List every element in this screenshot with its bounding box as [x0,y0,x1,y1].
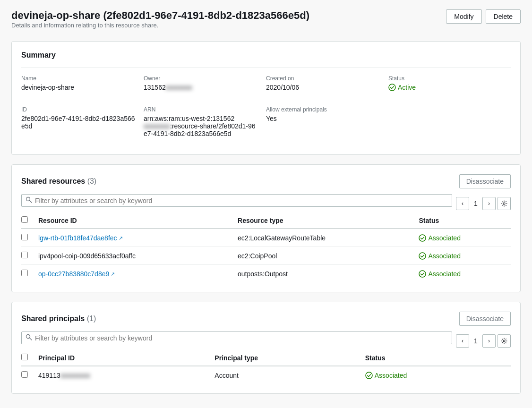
shared-principals-search-input[interactable] [35,334,448,342]
resource-status-cell: Associated [419,247,511,265]
shared-principals-card: Shared principals (1) Disassociate ‹ 1 › [11,302,521,394]
select-all-principals-col [21,350,38,366]
gear-icon [501,200,507,207]
page-title: devineja-op-share (2fe802d1-96e7-4191-8d… [11,9,309,22]
resource-id-link[interactable]: op-0cc27b83880c7d8e9↗ [38,270,115,278]
status-text: Associated [428,270,460,278]
row-checkbox[interactable] [21,234,28,240]
shared-resources-title: Shared resources (3) [21,177,96,186]
select-all-principals-checkbox[interactable] [21,354,28,360]
svg-point-10 [366,372,372,379]
principal-id-col: Principal ID [38,350,215,366]
table-row: op-0cc27b83880c7d8e9↗outposts:Outpost As… [21,265,511,283]
select-all-checkbox[interactable] [21,216,28,223]
row-checkbox-cell [21,247,38,265]
chevron-left-icon: ‹ [462,200,463,207]
summary-arn-value: arn:aws:ram:us-west-2:131562xxxxxxxx:res… [144,115,258,137]
shared-resources-disassociate-button[interactable]: Disassociate [459,174,511,188]
svg-line-2 [30,201,32,203]
shared-principals-table: Principal ID Principal type Status 41911… [21,350,511,384]
status-text: Associated [428,252,460,260]
svg-line-8 [30,338,32,340]
table-row: ipv4pool-coip-009d65633acf0affcec2:CoipP… [21,247,511,265]
check-circle-icon [365,372,373,379]
summary-created-value: 2020/10/06 [266,84,381,91]
status-associated: Associated [419,270,505,278]
check-circle-icon [419,234,426,242]
summary-title: Summary [21,51,511,60]
svg-point-9 [503,340,505,342]
resource-id-cell: ipv4pool-coip-009d65633acf0affc [38,247,238,265]
shared-resources-search-row: ‹ 1 › [21,194,511,212]
summary-name-value: devineja-op-share [21,84,136,91]
check-circle-icon [388,84,396,91]
chevron-right-icon: › [488,338,490,344]
shared-resources-prev-btn[interactable]: ‹ [456,197,469,210]
summary-status-value: Active [388,84,503,91]
summary-created-cell: Created on 2020/10/06 [266,75,388,99]
summary-ext-principals-label: Allow external principals [266,106,388,113]
shared-principals-settings-btn[interactable] [498,334,511,348]
resource-id-link[interactable]: lgw-rtb-01fb18fe47dae8fec↗ [38,234,123,242]
status-text: Associated [428,234,460,242]
principal-status-col: Status [365,350,511,366]
summary-name-label: Name [21,75,136,82]
row-checkbox-cell [21,366,38,384]
status-associated: Associated [419,234,505,242]
summary-owner-cell: Owner 131562xxxxxxxx [144,75,266,99]
principal-id-blur: xxxxxxxxx [60,372,90,379]
shared-resources-header-row: Resource ID Resource type Status [21,212,511,229]
resource-type-cell: ec2:LocalGatewayRouteTable [238,229,419,247]
status-text: Associated [375,372,407,379]
owner-blur: xxxxxxxx [166,84,192,91]
row-checkbox[interactable] [21,252,28,258]
summary-arn-label: ARN [144,106,258,113]
shared-resources-card: Shared resources (3) Disassociate ‹ 1 › [11,164,521,292]
shared-resources-pagination: ‹ 1 › [456,197,511,210]
resource-id-cell: lgw-rtb-01fb18fe47dae8fec↗ [38,229,238,247]
summary-status-label: Status [388,75,503,82]
modify-button[interactable]: Modify [446,9,481,24]
summary-id-cell: ID 2fe802d1-96e7-4191-8db2-d1823a566e5d [21,106,144,145]
summary-owner-label: Owner [144,75,258,82]
summary-owner-value: 131562xxxxxxxx [144,84,258,91]
status-associated: Associated [365,372,505,379]
shared-resources-header: Shared resources (3) Disassociate [21,174,511,188]
summary-ext-principals-cell: Allow external principals Yes [266,106,388,145]
external-link-icon: ↗ [119,235,123,241]
chevron-right-icon: › [488,200,490,207]
principal-id-cell: 419113xxxxxxxxx [38,366,215,384]
principal-type-col: Principal type [215,350,365,366]
resource-type-cell: ec2:CoipPool [238,247,419,265]
summary-name-cell: Name devineja-op-share [21,75,144,99]
svg-point-4 [419,235,426,241]
check-circle-icon [419,252,426,260]
arn-blur: xxxxxxxx [144,122,170,130]
select-all-col [21,212,38,229]
row-checkbox[interactable] [21,270,28,276]
page-header: devineja-op-share (2fe802d1-96e7-4191-8d… [11,9,521,38]
shared-principals-disassociate-button[interactable]: Disassociate [459,312,511,326]
external-link-icon: ↗ [111,271,115,277]
search-icon [26,196,32,204]
resource-type-cell: outposts:Outpost [238,265,419,283]
shared-resources-table: Resource ID Resource type Status lgw-rtb… [21,212,511,282]
resource-status-cell: Associated [419,229,511,247]
search-icon [26,334,32,342]
summary-ext-principals-value: Yes [266,115,388,122]
delete-button[interactable]: Delete [486,9,521,24]
shared-resources-next-btn[interactable]: › [482,197,496,210]
summary-arn-cell: ARN arn:aws:ram:us-west-2:131562xxxxxxxx… [144,106,266,145]
resource-status-cell: Associated [419,265,511,283]
shared-principals-search-row: ‹ 1 › [21,332,511,350]
shared-resources-search-input[interactable] [35,197,448,204]
principal-id-text: 419113 [38,372,60,379]
page-subtitle: Details and information relating to this… [11,22,309,29]
shared-principals-title: Shared principals (1) [21,314,96,323]
shared-resources-page-num: 1 [471,200,481,207]
resource-id-col: Resource ID [38,212,238,229]
shared-resources-settings-btn[interactable] [498,197,511,210]
shared-principals-prev-btn[interactable]: ‹ [456,334,469,348]
shared-principals-next-btn[interactable]: › [482,334,496,348]
row-checkbox[interactable] [21,371,28,378]
